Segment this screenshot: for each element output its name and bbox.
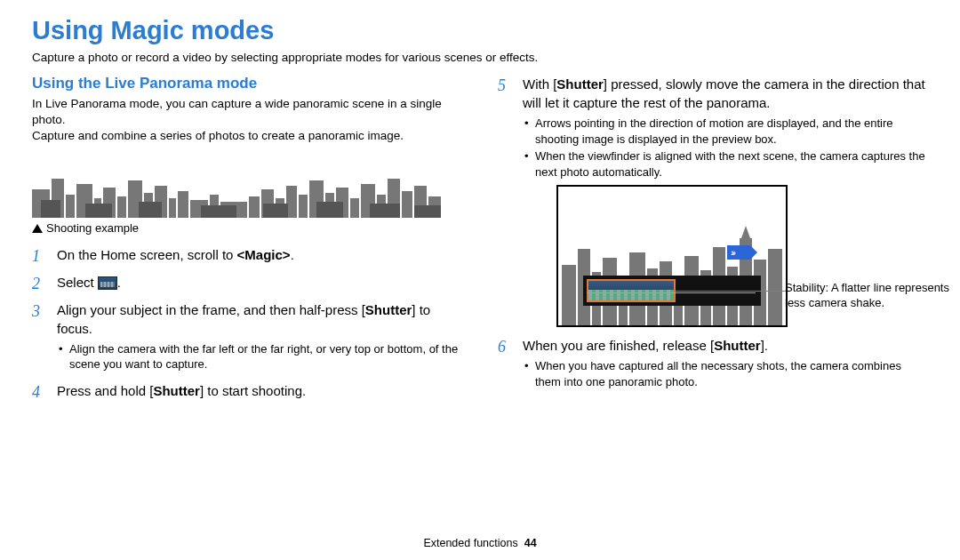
step-1: On the Home screen, scroll to <Magic>. xyxy=(32,245,462,264)
svg-rect-34 xyxy=(201,205,236,218)
direction-arrow-icon: ››› xyxy=(727,245,750,260)
page-title: Using Magic modes xyxy=(32,16,928,45)
triangle-up-icon xyxy=(32,224,43,233)
svg-rect-11 xyxy=(169,198,176,218)
step-2: Select . xyxy=(32,273,462,292)
step-6-subnote: When you have captured all the necessary… xyxy=(523,358,928,389)
captured-strip-highlight xyxy=(587,279,676,302)
svg-rect-38 xyxy=(414,205,441,218)
svg-rect-3 xyxy=(66,195,75,218)
svg-rect-39 xyxy=(562,265,576,325)
step-3: Align your subject in the frame, and the… xyxy=(32,300,462,372)
desc-line-2: Capture and combine a series of photos t… xyxy=(32,129,404,142)
footer-section-name: Extended functions xyxy=(423,537,517,549)
section-subhead: Using the Live Panorama mode xyxy=(32,75,462,92)
step-4: Press and hold [Shutter] to start shooti… xyxy=(32,381,462,400)
two-column-layout: Using the Live Panorama mode In Live Pan… xyxy=(32,75,928,409)
shooting-example-caption: Shooting example xyxy=(32,221,462,235)
svg-marker-53 xyxy=(741,226,750,238)
svg-rect-32 xyxy=(85,204,112,218)
panorama-example-image xyxy=(32,154,441,218)
step-3-subnote: Align the camera with the far left or th… xyxy=(57,341,462,372)
intro-text: Capture a photo or record a video by sel… xyxy=(32,51,928,64)
page-footer: Extended functions 44 xyxy=(0,537,960,549)
svg-rect-24 xyxy=(350,198,359,218)
leader-line xyxy=(676,291,788,292)
svg-rect-28 xyxy=(402,191,412,218)
step-5-subnote-2: When the viewfinder is aligned with the … xyxy=(523,148,928,180)
section-description: In Live Panorama mode, you can capture a… xyxy=(32,96,462,145)
left-column: Using the Live Panorama mode In Live Pan… xyxy=(32,75,462,409)
preview-frame: ››› xyxy=(556,185,788,327)
step-5: With [Shutter] pressed, slowly move the … xyxy=(498,75,928,327)
right-column: With [Shutter] pressed, slowly move the … xyxy=(498,75,928,409)
step-5-subnote-1: Arrows pointing in the direction of moti… xyxy=(523,116,928,147)
svg-rect-37 xyxy=(370,204,400,218)
skyline-illustration xyxy=(32,154,441,218)
svg-rect-12 xyxy=(178,191,188,218)
svg-rect-20 xyxy=(299,195,308,218)
desc-line-1: In Live Panorama mode, you can capture a… xyxy=(32,97,442,126)
steps-list-right: With [Shutter] pressed, slowly move the … xyxy=(498,75,928,389)
stability-line xyxy=(587,292,756,293)
svg-rect-31 xyxy=(41,200,60,218)
svg-rect-35 xyxy=(263,204,288,218)
svg-rect-55 xyxy=(768,249,782,325)
step-6: When you are finished, release [Shutter]… xyxy=(498,336,928,389)
panorama-mode-icon xyxy=(98,276,117,290)
svg-rect-16 xyxy=(249,196,260,218)
steps-list-left: On the Home screen, scroll to <Magic>. S… xyxy=(32,245,462,400)
footer-page-number: 44 xyxy=(524,537,537,549)
svg-rect-7 xyxy=(117,196,126,218)
preview-figure-wrap: ››› Stability: A flatter line represents… xyxy=(523,185,928,327)
svg-rect-33 xyxy=(139,202,162,218)
svg-rect-36 xyxy=(316,202,343,218)
stability-annotation: Stability: A flatter line represents les… xyxy=(785,281,960,311)
